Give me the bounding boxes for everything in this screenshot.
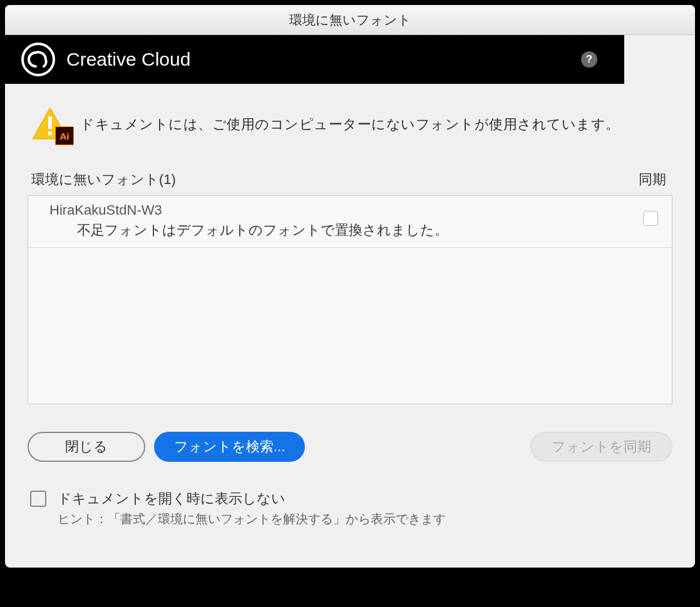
sync-column-label: 同期 <box>639 170 666 189</box>
font-row: HiraKakuStdN-W3 不足フォントはデフォルトのフォントで置換されまし… <box>28 196 672 248</box>
warning-icon: Ai <box>31 106 73 143</box>
font-list[interactable]: HiraKakuStdN-W3 不足フォントはデフォルトのフォントで置換されまし… <box>28 195 672 404</box>
missing-fonts-dialog: 環境に無いフォント Creative Cloud ? Ai <box>5 5 695 568</box>
header: Creative Cloud ? <box>5 35 695 84</box>
warning-message: ドキュメントには、ご使用のコンピューターにないフォントが使用されています。 <box>80 115 620 134</box>
header-tab-blank <box>624 35 695 84</box>
content-area: Ai ドキュメントには、ご使用のコンピューターにないフォントが使用されています。… <box>5 84 695 568</box>
help-icon[interactable]: ? <box>581 51 597 68</box>
sync-checkbox[interactable] <box>643 211 658 226</box>
svg-point-0 <box>23 44 54 75</box>
missing-fonts-column-label: 環境に無いフォント(1) <box>31 170 176 189</box>
header-title: Creative Cloud <box>66 49 581 70</box>
dont-show-row: ドキュメントを開く時に表示しない ヒント：「書式／環境に無いフォントを解決する」… <box>28 489 672 545</box>
font-replacement-message: 不足フォントはデフォルトのフォントで置換されました。 <box>49 221 643 240</box>
close-button[interactable]: 閉じる <box>28 432 145 462</box>
find-fonts-button[interactable]: フォントを検索... <box>154 432 305 462</box>
svg-rect-2 <box>48 131 52 135</box>
button-row: 閉じる フォントを検索... フォントを同期 <box>28 432 672 462</box>
creative-cloud-icon <box>21 43 55 76</box>
svg-rect-1 <box>48 116 52 129</box>
hint-text: ヒント：「書式／環境に無いフォントを解決する」から表示できます <box>58 511 446 528</box>
dont-show-checkbox[interactable] <box>30 491 46 507</box>
titlebar-text: 環境に無いフォント <box>289 11 411 29</box>
illustrator-badge-icon: Ai <box>55 126 74 145</box>
warning-row: Ai ドキュメントには、ご使用のコンピューターにないフォントが使用されています。 <box>28 106 672 143</box>
font-name: HiraKakuStdN-W3 <box>49 202 643 218</box>
sync-fonts-button: フォントを同期 <box>530 432 672 462</box>
dont-show-label: ドキュメントを開く時に表示しない <box>58 489 446 508</box>
columns-header: 環境に無いフォント(1) 同期 <box>28 170 672 195</box>
titlebar: 環境に無いフォント <box>5 5 695 35</box>
